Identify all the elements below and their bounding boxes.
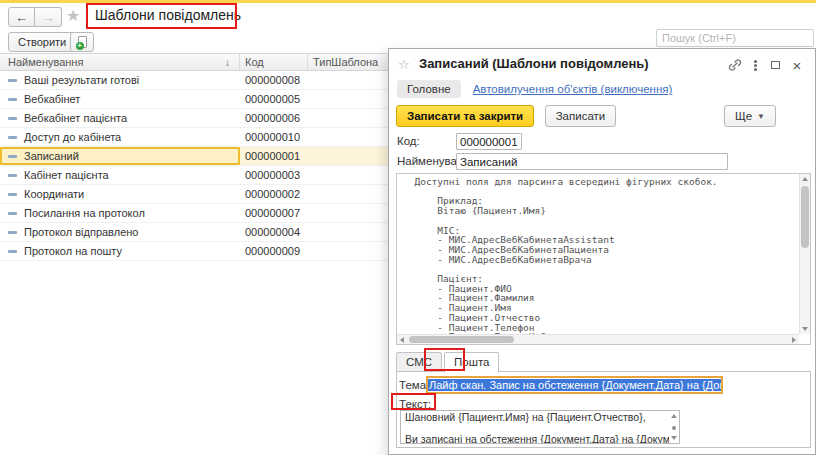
tab-sms[interactable]: СМС [396,352,442,372]
subject-input[interactable]: Лайф скан. Запис на обстеження {Документ… [426,376,723,394]
more-button[interactable]: Ще ▼ [724,105,776,127]
template-edit-dialog: ☆ Записаний (Шаблони повідомлень) × Голо… [388,48,816,455]
row-name-cell[interactable]: Записаний [0,147,240,165]
row-code-cell[interactable]: 000000003 [240,166,308,184]
vertical-scrollbar[interactable] [799,174,810,334]
row-type-cell[interactable] [308,166,389,184]
text-scrollbar[interactable] [669,411,679,443]
scroll-down-icon[interactable] [671,436,677,440]
table-row[interactable]: Посилання на протокол 000000007 [0,204,389,223]
table-row[interactable]: Координати 000000002 [0,185,389,204]
row-type-cell[interactable] [308,109,389,127]
row-name-cell[interactable]: Протокол відправлено [0,223,240,241]
table-row[interactable]: Вебкабінет пацієнта 000000006 [0,109,389,128]
maximize-icon[interactable] [767,57,783,73]
horizontal-scrollbar-thumb[interactable] [409,336,514,343]
text-input-value[interactable]: Шановний {Пациент.Имя} на {Пациент.Отчес… [401,411,669,443]
table-row[interactable]: Ваші результати готові 000000008 [0,71,389,90]
column-header-code[interactable]: Код [240,54,308,70]
row-type-cell[interactable] [308,71,389,89]
table-row[interactable]: Вебкабінет 000000005 [0,90,389,109]
row-code-cell[interactable]: 000000009 [240,242,308,260]
page-title: Шаблони повідомлень [95,7,241,23]
row-name-cell[interactable]: Вебкабінет пацієнта [0,109,240,127]
table-row-selected[interactable]: Записаний 000000001 [0,147,389,166]
row-code-cell[interactable]: 000000005 [240,90,308,108]
document-copy-icon: + [78,36,87,48]
catalog-item-icon [8,250,17,253]
name-input[interactable] [456,153,728,170]
dialog-command-bar: Записати та закрити Записати Ще ▼ [396,105,808,127]
catalog-item-icon [8,79,17,82]
scroll-down-icon[interactable] [802,327,808,331]
subject-selected-text: Лайф скан. Запис на обстеження {Документ… [428,379,723,391]
row-name-cell[interactable]: Доступ до кабінета [0,128,240,146]
forward-button[interactable]: → [35,7,62,27]
vertical-scrollbar-thumb[interactable] [801,186,809,248]
back-button[interactable]: ← [8,7,35,27]
create-button[interactable]: Створити [8,32,76,52]
table-row[interactable]: Доступ до кабінета 000000010 [0,128,389,147]
favorite-star-icon[interactable]: ★ [66,6,80,25]
row-type-cell[interactable] [308,185,389,203]
scroll-left-icon[interactable] [400,337,404,343]
row-type-cell[interactable] [308,147,389,165]
templates-list: Найменування ↓ Код ТипШаблона Ваші резул… [0,53,389,261]
row-code-cell[interactable]: 000000010 [240,128,308,146]
scrollbar-dot [672,426,676,430]
tab-auto-removal-link[interactable]: Автовилучення об'єктів (виключення) [473,83,673,95]
chevron-down-icon: ▼ [757,112,765,121]
save-button[interactable]: Записати [545,105,617,127]
code-input[interactable] [456,133,522,150]
text-input[interactable]: Шановний {Пациент.Имя} на {Пациент.Отчес… [400,410,680,444]
create-by-copy-button[interactable]: + [70,32,94,52]
tab-mail[interactable]: Пошта [444,352,499,373]
template-help-text[interactable]: Доступні поля для парсинга всередині фіг… [397,174,799,334]
scroll-up-icon[interactable] [802,177,808,181]
dialog-nav: Головне Автовилучення об'єктів (виключен… [397,80,672,98]
app-window: ← → ★ Шаблони повідомлень Створити + Най… [0,0,816,455]
row-name-cell[interactable]: Посилання на протокол [0,204,240,222]
save-and-close-button[interactable]: Записати та закрити [396,105,534,127]
row-name: Записаний [24,150,79,162]
close-icon[interactable]: × [789,57,805,73]
row-type-cell[interactable] [308,204,389,222]
table-row[interactable]: Протокол відправлено 000000004 [0,223,389,242]
row-type-cell[interactable] [308,223,389,241]
template-help-box[interactable]: Доступні поля для парсинга всередині фіг… [396,173,811,345]
row-name-cell[interactable]: Кабінет пацієнта [0,166,240,184]
row-code-cell[interactable]: 000000006 [240,109,308,127]
row-name-cell[interactable]: Протокол на пошту [0,242,240,260]
catalog-item-icon [8,117,17,120]
code-label: Код: [397,135,420,147]
row-name: Вебкабінет пацієнта [24,112,127,124]
column-header-name[interactable]: Найменування ↓ [0,54,240,70]
copy-link-icon[interactable] [727,57,743,73]
table-row[interactable]: Кабінет пацієнта 000000003 [0,166,389,185]
row-name-cell[interactable]: Координати [0,185,240,203]
row-name: Координати [24,188,84,200]
row-code-cell[interactable]: 000000004 [240,223,308,241]
row-code-cell[interactable]: 000000001 [240,147,308,165]
column-header-name-label: Найменування [8,56,83,68]
tab-main[interactable]: Головне [397,80,461,98]
row-type-cell[interactable] [308,242,389,260]
accent-strip [0,0,816,3]
horizontal-scrollbar[interactable] [397,334,799,344]
dialog-favorite-star-icon[interactable]: ☆ [398,57,410,72]
kebab-menu-icon[interactable] [747,57,763,73]
row-type-cell[interactable] [308,90,389,108]
search-input[interactable] [656,29,814,47]
catalog-item-icon [8,231,17,234]
column-header-type[interactable]: ТипШаблона [308,54,389,70]
row-code-cell[interactable]: 000000002 [240,185,308,203]
row-code-cell[interactable]: 000000007 [240,204,308,222]
table-header[interactable]: Найменування ↓ Код ТипШаблона [0,53,389,71]
table-row[interactable]: Протокол на пошту 000000009 [0,242,389,261]
scroll-right-icon[interactable] [792,337,796,343]
row-name-cell[interactable]: Вебкабінет [0,90,240,108]
row-name-cell[interactable]: Ваші результати готові [0,71,240,89]
row-type-cell[interactable] [308,128,389,146]
scroll-up-icon[interactable] [671,414,677,418]
row-code-cell[interactable]: 000000008 [240,71,308,89]
